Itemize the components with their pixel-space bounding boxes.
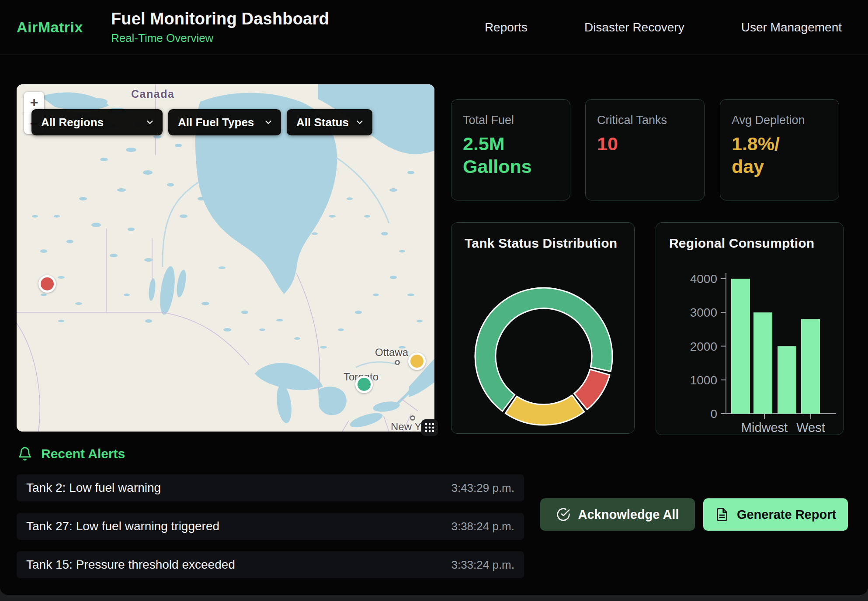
bar-1: [753, 312, 772, 414]
regional-consumption-panel: Regional Consumption 01000200030004000Mi…: [656, 222, 844, 435]
stat-value: 1.8%/day: [732, 132, 827, 178]
map-label-ottawa: Ottawa: [375, 346, 408, 359]
filter-all-fuel-types[interactable]: All Fuel Types: [168, 109, 281, 135]
stat-card-avg-depletion: Avg Depletion1.8%/day: [720, 99, 839, 200]
city-dot-ottawa: [395, 360, 400, 365]
alert-message: Tank 2: Low fuel warning: [26, 481, 161, 495]
drag-handle-icon[interactable]: [421, 419, 438, 436]
nav-item-disaster-recovery[interactable]: Disaster Recovery: [584, 21, 684, 35]
tank-marker-critical[interactable]: [38, 275, 56, 293]
app-logo[interactable]: AirMatrix: [17, 19, 83, 36]
acknowledge-all-label: Acknowledge All: [578, 508, 679, 522]
app-header: AirMatrix Fuel Monitoring Dashboard Real…: [0, 0, 868, 55]
regional-consumption-title: Regional Consumption: [669, 236, 843, 251]
bar-0: [731, 279, 750, 414]
donut-segment-critical: [574, 370, 610, 410]
alert-row-1[interactable]: Tank 27: Low fuel warning triggered3:38:…: [17, 513, 524, 540]
filter-label-all-regions: All Regions: [41, 116, 104, 129]
main-nav: ReportsDisaster RecoveryUser Management: [485, 21, 842, 35]
filter-label-all-fuel-types: All Fuel Types: [178, 116, 254, 129]
page-title: Fuel Monitoring Dashboard: [111, 10, 329, 28]
city-dot-new-york: [410, 415, 415, 421]
stat-card-critical-tanks: Critical Tanks10: [585, 99, 705, 200]
generate-report-label: Generate Report: [737, 508, 836, 522]
regional-consumption-bar-chart: 01000200030004000MidwestWest: [656, 260, 844, 435]
bar-ytick-label: 1000: [690, 373, 717, 387]
bar-ytick-label: 0: [710, 407, 717, 421]
stat-label: Avg Depletion: [732, 114, 827, 127]
chevron-down-icon: [264, 117, 273, 127]
acknowledge-all-button[interactable]: Acknowledge All: [540, 498, 695, 531]
page-subtitle: Real-Time Overview: [111, 31, 329, 45]
stat-label: Total Fuel: [463, 114, 559, 127]
bar-ytick-label: 2000: [690, 340, 717, 353]
map-canvas[interactable]: Canada Ottawa Toronto New York: [17, 84, 434, 432]
bar-xtick-label-midwest: Midwest: [741, 421, 788, 435]
stat-card-total-fuel: Total Fuel2.5MGallons: [451, 99, 570, 200]
bar-2: [778, 346, 796, 414]
stat-value: 10: [597, 132, 693, 155]
bell-icon: [17, 446, 32, 461]
alert-message: Tank 15: Pressure threshold exceeded: [26, 558, 235, 572]
generate-report-button[interactable]: Generate Report: [703, 498, 848, 531]
tank-marker-warning[interactable]: [408, 352, 426, 370]
tank-status-donut-chart: [451, 249, 635, 432]
grip-dots-icon: [424, 422, 435, 433]
chevron-down-icon: [145, 117, 155, 127]
dashboard-root: AirMatrix Fuel Monitoring Dashboard Real…: [0, 0, 868, 595]
tank-status-panel: Tank Status Distribution: [451, 222, 635, 434]
alert-timestamp: 3:33:24 p.m.: [451, 558, 514, 572]
filter-all-status[interactable]: All Status: [287, 109, 372, 135]
bar-xtick-label-west: West: [796, 421, 825, 435]
alert-row-0[interactable]: Tank 2: Low fuel warning3:43:29 p.m.: [17, 474, 524, 501]
check-circle-icon: [556, 508, 570, 522]
map-label-canada: Canada: [131, 88, 174, 100]
map-panel: Canada Ottawa Toronto New York + − All R…: [17, 84, 434, 432]
report-file-icon: [715, 508, 729, 522]
tank-marker-normal[interactable]: [355, 376, 373, 393]
stat-label: Critical Tanks: [597, 114, 693, 127]
donut-segment-warning: [505, 395, 584, 425]
filter-all-regions[interactable]: All Regions: [31, 109, 163, 135]
tank-status-title: Tank Status Distribution: [465, 236, 634, 251]
chevron-down-icon: [355, 117, 365, 127]
bar-ytick-label: 4000: [690, 272, 717, 286]
nav-item-reports[interactable]: Reports: [485, 21, 528, 35]
alerts-title: Recent Alerts: [41, 446, 125, 461]
alert-message: Tank 27: Low fuel warning triggered: [26, 519, 219, 533]
stat-value: 2.5MGallons: [463, 132, 559, 178]
alert-timestamp: 3:38:24 p.m.: [451, 520, 514, 533]
bar-3: [801, 319, 820, 414]
alert-timestamp: 3:43:29 p.m.: [451, 481, 514, 495]
title-block: Fuel Monitoring Dashboard Real-Time Over…: [111, 10, 329, 45]
nav-item-user-management[interactable]: User Management: [741, 21, 842, 35]
filter-label-all-status: All Status: [296, 116, 349, 129]
alerts-header: Recent Alerts: [17, 446, 125, 461]
alert-row-2[interactable]: Tank 15: Pressure threshold exceeded3:33…: [17, 551, 524, 578]
bar-ytick-label: 3000: [690, 306, 717, 319]
